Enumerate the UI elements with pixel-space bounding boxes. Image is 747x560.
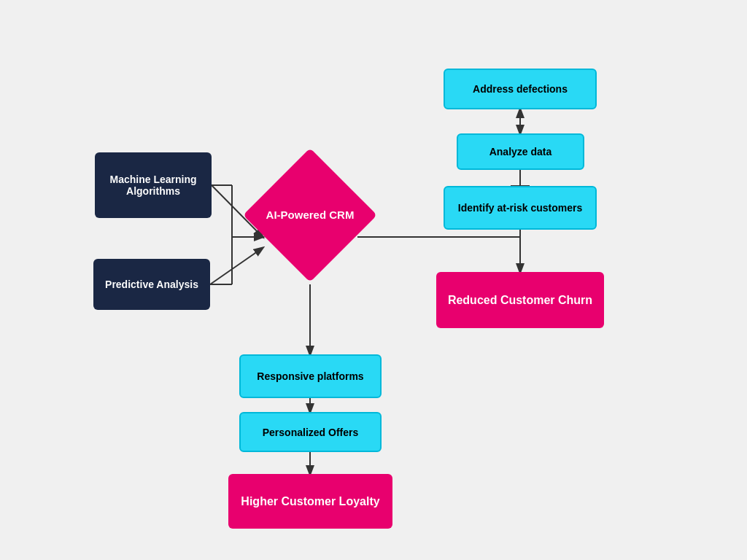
diagram-container: Machine Learning Algorithms Predictive A… — [0, 0, 747, 560]
machine-learning-node: Machine Learning Algorithms — [95, 152, 212, 218]
reduced-churn-node: Reduced Customer Churn — [436, 272, 604, 328]
svg-line-1 — [210, 248, 263, 284]
identify-risk-node: Identify at-risk customers — [444, 186, 597, 230]
address-defections-node: Address defections — [444, 69, 597, 109]
predictive-analysis-node: Predictive Analysis — [93, 259, 210, 310]
ai-crm-diamond — [243, 148, 377, 282]
personalized-offers-node: Personalized Offers — [239, 412, 382, 452]
analyze-data-node: Analyze data — [457, 133, 584, 170]
ai-crm-diamond-wrapper: AI-Powered CRM — [263, 168, 357, 262]
higher-loyalty-node: Higher Customer Loyalty — [228, 474, 392, 529]
responsive-platforms-node: Responsive platforms — [239, 354, 382, 398]
